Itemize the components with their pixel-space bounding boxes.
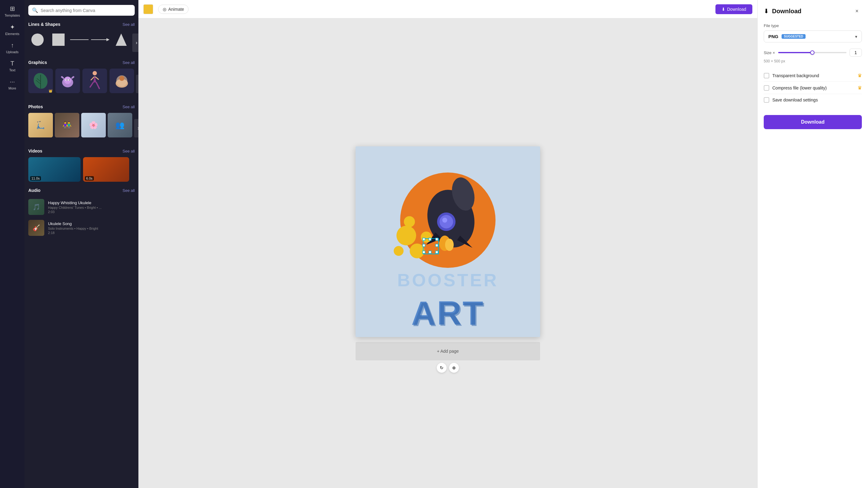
photo-4[interactable]: 👥: [107, 113, 132, 137]
svg-point-14: [66, 79, 67, 80]
svg-rect-36: [436, 238, 438, 240]
download-panel: ⬇ Download × File type PNG SUGGESTED ▾ S…: [757, 0, 868, 488]
audio-meta-2: Solo Instruments • Happy • Bright: [48, 227, 135, 230]
svg-point-29: [397, 226, 416, 246]
svg-rect-1: [52, 34, 65, 46]
text-icon: T: [10, 60, 14, 67]
audio-duration-1: 2:03: [48, 210, 135, 214]
audio-item-2[interactable]: 🎸 Ukulele Song Solo Instruments • Happy …: [28, 218, 135, 238]
transparent-bg-checkbox[interactable]: [764, 73, 769, 78]
sidebar-item-text[interactable]: T Text: [1, 58, 23, 74]
photos-see-all[interactable]: See all: [122, 104, 135, 109]
svg-point-33: [394, 246, 404, 256]
crown-icon-compress: ♛: [858, 85, 862, 91]
size-input[interactable]: [849, 48, 862, 57]
svg-point-15: [69, 79, 70, 80]
sidebar-item-label: Uploads: [6, 50, 19, 54]
audio-see-all[interactable]: See all: [122, 188, 135, 193]
photos-header: Photos See all: [28, 104, 135, 109]
color-swatch[interactable]: [143, 4, 153, 14]
photo-2[interactable]: 👫: [55, 113, 80, 137]
more-icon: ···: [10, 78, 15, 85]
svg-point-19: [119, 76, 124, 81]
sidebar-item-label: Text: [9, 68, 16, 72]
audio-duration-2: 2:18: [48, 231, 135, 235]
shape-triangle[interactable]: [112, 30, 130, 49]
file-type-select[interactable]: PNG SUGGESTED ▾: [764, 30, 862, 42]
download-icon-panel: ⬇: [764, 7, 769, 15]
sidebar-item-uploads[interactable]: ↑ Uploads: [1, 39, 23, 56]
videos-title: Videos: [28, 149, 42, 154]
add-page-bar[interactable]: + Add page: [355, 342, 540, 360]
photo-1[interactable]: 🛴: [28, 113, 53, 137]
rotate-tool-button[interactable]: ↻: [437, 363, 446, 373]
shapes-row-container: ›: [28, 30, 135, 55]
canvas-container[interactable]: BOOSTER ART ART: [355, 147, 540, 337]
animate-icon: ◎: [163, 7, 166, 12]
download-main-button[interactable]: Download: [764, 115, 862, 129]
size-slider[interactable]: [778, 52, 847, 53]
graphics-see-all[interactable]: See all: [122, 60, 135, 65]
svg-marker-5: [116, 34, 127, 46]
photos-row: 🛴 👫 🌸 👥: [28, 113, 132, 137]
save-settings-checkbox[interactable]: [764, 97, 769, 103]
templates-icon: ⊞: [10, 5, 15, 12]
download-icon-top: ⬇: [721, 7, 725, 12]
graphic-leaf[interactable]: 👑: [28, 69, 53, 93]
size-label: Size ×: [764, 51, 775, 55]
graphic-bull[interactable]: [55, 69, 80, 93]
shape-square[interactable]: [49, 30, 68, 49]
search-input[interactable]: [40, 8, 131, 13]
sidebar-nav: ⊞ Templates ✦ Elements ↑ Uploads T Text …: [0, 0, 25, 488]
photo-3[interactable]: 🌸: [81, 113, 106, 137]
graphics-next-arrow[interactable]: ›: [136, 75, 138, 93]
lines-shapes-see-all[interactable]: See all: [122, 22, 135, 27]
sidebar-item-label: Templates: [5, 13, 20, 17]
panel-header: ⬇ Download ×: [764, 6, 862, 16]
sidebar-item-elements[interactable]: ✦ Elements: [1, 21, 23, 38]
svg-rect-40: [429, 251, 431, 253]
search-bar[interactable]: 🔍: [28, 5, 135, 16]
panel-title: Download: [772, 8, 802, 15]
photos-next-arrow[interactable]: ›: [134, 119, 138, 137]
transparent-bg-left: Transparent background: [764, 73, 819, 78]
main-area: ◎ Animate ⬇ Download: [138, 0, 757, 488]
sidebar-item-more[interactable]: ··· More: [1, 76, 23, 93]
top-download-button[interactable]: ⬇ Download: [715, 4, 752, 14]
file-type-label: File type: [764, 23, 862, 28]
uploads-icon: ↑: [11, 42, 14, 49]
videos-see-all[interactable]: See all: [122, 149, 135, 154]
close-panel-button[interactable]: ×: [852, 6, 862, 16]
animate-button[interactable]: ◎ Animate: [158, 5, 189, 14]
canvas-artwork: BOOSTER ART ART: [355, 147, 540, 337]
photo-placeholder-2: 👫: [55, 113, 80, 137]
shape-line[interactable]: [70, 30, 89, 49]
animate-label: Animate: [168, 7, 184, 12]
expand-tool-button[interactable]: ⊕: [449, 363, 459, 373]
svg-rect-37: [423, 251, 425, 253]
graphic-misc[interactable]: [110, 69, 134, 93]
shapes-next-arrow[interactable]: ›: [132, 34, 138, 52]
transparent-bg-label: Transparent background: [772, 73, 819, 78]
video-1[interactable]: 11.0s: [28, 157, 81, 182]
transparent-bg-row: Transparent background ♛: [764, 69, 862, 82]
graphics-row: 👑: [28, 69, 134, 93]
video-2[interactable]: 6.0s: [83, 157, 129, 182]
svg-point-0: [31, 34, 44, 46]
graphics-header: Graphics See all: [28, 60, 135, 65]
sidebar-item-templates[interactable]: ⊞ Templates: [1, 2, 23, 20]
graphics-row-container: 👑: [28, 69, 135, 99]
svg-rect-42: [436, 244, 438, 247]
size-slider-thumb: [810, 51, 814, 55]
audio-info-1: Happy Whistling Ukulele Happy Childrens'…: [48, 200, 135, 214]
audio-item-1[interactable]: 🎵 Happy Whistling Ukulele Happy Children…: [28, 196, 135, 218]
graphic-dancer[interactable]: [83, 69, 107, 93]
shape-circle[interactable]: [28, 30, 47, 49]
compress-checkbox[interactable]: [764, 85, 769, 91]
canvas-wrapper: BOOSTER ART ART ↻ ⊕ + Add page: [355, 147, 540, 360]
compress-label: Compress file (lower quality): [772, 86, 827, 90]
shape-arrow[interactable]: [91, 30, 110, 49]
audio-title-1: Happy Whistling Ukulele: [48, 200, 135, 205]
audio-title: Audio: [28, 188, 40, 193]
canvas-area: BOOSTER ART ART ↻ ⊕ + Add page: [138, 19, 757, 488]
